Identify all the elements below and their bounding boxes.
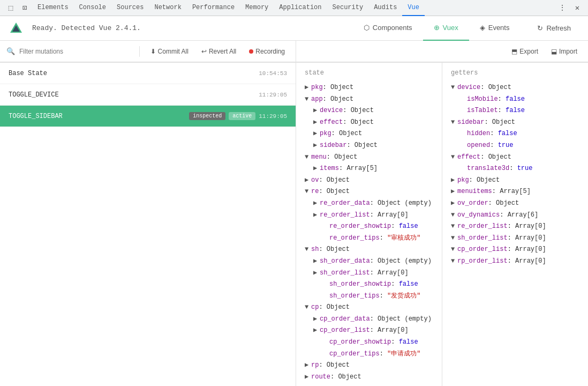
tree-item[interactable]: ▼ re_order_list: Array[0]: [451, 221, 579, 233]
expand-arrow[interactable]: ▶: [313, 163, 320, 175]
tree-item[interactable]: ▼ menu: Object: [305, 152, 433, 164]
expand-arrow[interactable]: ▼: [305, 302, 311, 314]
expand-arrow[interactable]: ▼: [305, 244, 311, 256]
expand-arrow[interactable]: ▼: [451, 82, 457, 94]
tree-item[interactable]: ▶ items: Array[5]: [305, 163, 433, 175]
tree-item: opened: true: [451, 140, 579, 152]
devtools-tab-network[interactable]: Network: [149, 0, 186, 16]
tree-item[interactable]: ▶ ov: Object: [305, 175, 433, 187]
tree-item[interactable]: ▼ re: Object: [305, 186, 433, 198]
recording-button[interactable]: Recording: [245, 44, 289, 59]
tree-item[interactable]: ▼ cp_order_list: Array[0]: [451, 244, 579, 256]
tree-item[interactable]: ▶ sh_order_list: Array[0]: [305, 268, 433, 279]
expand-arrow[interactable]: ▶: [313, 105, 320, 117]
tree-item[interactable]: ▶ pkg: Object: [451, 175, 579, 187]
expand-arrow[interactable]: ▼: [451, 117, 457, 129]
expand-arrow[interactable]: ▼: [451, 244, 457, 256]
tree-value: Object: [338, 373, 361, 381]
filter-mutations-input[interactable]: [19, 48, 133, 55]
tree-item: sh_order_showtip: false: [305, 279, 433, 291]
tree-item[interactable]: ▶ pkg: Object: [305, 128, 433, 140]
devtools-more-icon[interactable]: ⋮: [556, 2, 569, 14]
tree-item[interactable]: ▶ device: Object: [305, 105, 433, 117]
expand-arrow[interactable]: ▶: [451, 198, 457, 210]
tree-key: menuitems: [457, 188, 492, 195]
devtools-mobile-icon[interactable]: ⊡: [18, 2, 31, 14]
devtools-close-icon[interactable]: ✕: [571, 2, 584, 14]
expand-arrow[interactable]: ▶: [305, 372, 311, 383]
devtools-tab-sources[interactable]: Sources: [111, 0, 149, 16]
devtools-tab-application[interactable]: Application: [274, 0, 327, 16]
expand-arrow[interactable]: ▶: [305, 360, 311, 372]
tree-value: Array[5]: [346, 165, 378, 172]
tree-item[interactable]: ▶ re_order_data: Object (empty): [305, 198, 433, 210]
devtools-tab-performance[interactable]: Performance: [187, 0, 240, 16]
devtools-tab-memory[interactable]: Memory: [240, 0, 274, 16]
devtools-tab-vue[interactable]: Vue: [402, 0, 425, 16]
expand-arrow[interactable]: ▶: [313, 314, 320, 325]
tree-item[interactable]: ▶ sidebar: Object: [305, 140, 433, 152]
tree-value: Object: [330, 95, 353, 103]
tree-item[interactable]: ▶ route: Object: [305, 372, 433, 383]
devtools-tab-audits[interactable]: Audits: [368, 0, 402, 16]
tree-item[interactable]: ▼ sidebar: Object: [451, 117, 579, 129]
recording-label: Recording: [255, 48, 285, 55]
tree-item[interactable]: ▶ pkg: Object: [305, 82, 433, 94]
tree-item[interactable]: ▶ menuitems: Array[5]: [451, 186, 579, 198]
expand-arrow[interactable]: ▶: [313, 128, 320, 140]
tree-item[interactable]: ▼ sh: Object: [305, 244, 433, 256]
tree-item[interactable]: ▼ cp: Object: [305, 302, 433, 314]
expand-arrow[interactable]: ▶: [313, 198, 320, 210]
expand-arrow[interactable]: ▶: [313, 210, 320, 221]
tree-item[interactable]: ▶ re_order_list: Array[0]: [305, 210, 433, 221]
expand-arrow[interactable]: ▶: [313, 325, 320, 337]
export-button[interactable]: ⬒ Export: [507, 44, 542, 59]
expand-arrow[interactable]: ▶: [313, 256, 320, 268]
expand-arrow[interactable]: ▶: [305, 175, 311, 187]
expand-arrow[interactable]: ▼: [305, 152, 311, 164]
commit-all-button[interactable]: ⬇ Commit All: [146, 44, 193, 59]
mutation-item[interactable]: TOGGLE_DEVICE11:29:05: [0, 84, 296, 106]
refresh-button[interactable]: ↻ Refresh: [529, 16, 579, 41]
devtools-tab-console[interactable]: Console: [74, 0, 111, 16]
tree-item[interactable]: ▶ cp_order_list: Array[0]: [305, 325, 433, 337]
nav-vuex[interactable]: ⊕ Vuex: [423, 16, 469, 41]
expand-arrow[interactable]: ▶: [305, 82, 311, 94]
devtools-tab-elements[interactable]: Elements: [32, 0, 74, 16]
tree-item[interactable]: ▶ sh_order_data: Object (empty): [305, 256, 433, 268]
expand-arrow[interactable]: ▼: [451, 152, 457, 164]
nav-components[interactable]: ⬡ Components: [353, 16, 423, 41]
mutation-name: TOGGLE_DEVICE: [9, 91, 259, 99]
devtools-tab-security[interactable]: Security: [327, 0, 369, 16]
expand-arrow[interactable]: ▼: [451, 256, 457, 268]
expand-arrow[interactable]: ▶: [313, 117, 320, 129]
tree-key: rp: [311, 361, 319, 369]
devtools-inspect-icon[interactable]: ⬚: [4, 2, 17, 14]
expand-arrow[interactable]: ▼: [305, 186, 311, 198]
mutation-item[interactable]: TOGGLE_SIDEBARinspectedactive11:29:05: [0, 106, 296, 127]
mutation-item[interactable]: Base State10:54:53: [0, 63, 296, 84]
import-button[interactable]: ⬓ Import: [547, 44, 582, 59]
tree-item[interactable]: ▼ app: Object: [305, 94, 433, 106]
tree-value: false: [399, 338, 418, 346]
expand-arrow[interactable]: ▶: [451, 186, 457, 198]
expand-arrow[interactable]: ▼: [451, 221, 457, 233]
tree-value: Object: [327, 361, 350, 369]
tree-item[interactable]: ▼ sh_order_list: Array[0]: [451, 233, 579, 244]
revert-all-button[interactable]: ↩ Revert All: [197, 44, 240, 59]
tree-item[interactable]: ▼ rp_order_list: Array[0]: [451, 256, 579, 268]
tree-item[interactable]: ▼ device: Object: [451, 82, 579, 94]
expand-arrow[interactable]: ▶: [451, 175, 457, 187]
expand-arrow[interactable]: ▼: [305, 94, 311, 106]
tree-item[interactable]: ▶ ov_order: Object: [451, 198, 579, 210]
expand-arrow[interactable]: ▼: [451, 233, 457, 244]
tree-item[interactable]: ▶ cp_order_data: Object (empty): [305, 314, 433, 325]
tree-item[interactable]: ▶ rp: Object: [305, 360, 433, 372]
expand-arrow[interactable]: ▶: [313, 268, 320, 279]
expand-arrow[interactable]: ▼: [451, 210, 457, 221]
tree-item[interactable]: ▼ effect: Object: [451, 152, 579, 164]
expand-arrow[interactable]: ▶: [313, 140, 320, 152]
tree-item[interactable]: ▶ effect: Object: [305, 117, 433, 129]
tree-item[interactable]: ▼ ov_dynamics: Array[6]: [451, 210, 579, 221]
nav-events[interactable]: ◈ Events: [469, 16, 521, 41]
